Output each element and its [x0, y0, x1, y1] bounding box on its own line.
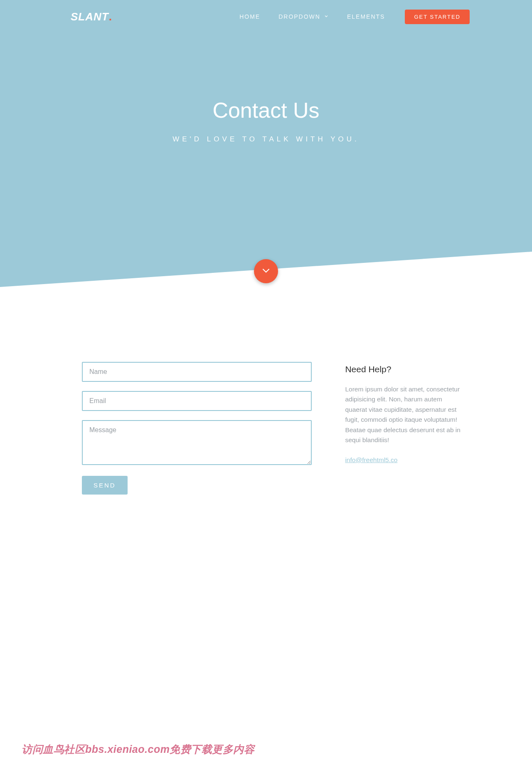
- send-label: SEND: [94, 482, 116, 489]
- nav-elements[interactable]: ELEMENTS: [347, 13, 385, 20]
- hero-background: [0, 0, 532, 291]
- email-field[interactable]: [82, 391, 312, 411]
- page-subtitle: WE'D LOVE TO TALK WITH YOU.: [0, 135, 532, 143]
- brand-name: SLANT: [71, 10, 109, 23]
- nav-label: ELEMENTS: [347, 13, 385, 20]
- nav-label: DROPDOWN: [278, 13, 320, 20]
- nav-home[interactable]: HOME: [239, 13, 260, 20]
- nav-dropdown[interactable]: DROPDOWN: [278, 13, 329, 20]
- sidebar-title: Need Help?: [345, 364, 464, 374]
- page-title: Contact Us: [0, 98, 532, 123]
- name-field[interactable]: [82, 362, 312, 382]
- help-sidebar: Need Help? Lorem ipsum dolor sit amet, c…: [345, 362, 464, 495]
- send-button[interactable]: SEND: [82, 476, 128, 495]
- contact-form: SEND: [82, 362, 312, 495]
- nav-label: HOME: [239, 13, 260, 20]
- content-section: SEND Need Help? Lorem ipsum dolor sit am…: [82, 362, 464, 495]
- message-field[interactable]: [82, 420, 312, 465]
- contact-email-link[interactable]: info@freehtml5.co: [345, 456, 397, 463]
- svg-marker-0: [0, 0, 532, 287]
- chevron-down-icon: [261, 265, 271, 277]
- get-started-button[interactable]: GET STARTED: [405, 10, 470, 24]
- hero-text: Contact Us WE'D LOVE TO TALK WITH YOU.: [0, 98, 532, 143]
- hero-section: SLANT. HOME DROPDOWN ELEMENTS GET STARTE…: [0, 0, 532, 291]
- top-nav: SLANT. HOME DROPDOWN ELEMENTS GET STARTE…: [0, 0, 532, 33]
- brand-dot: .: [109, 10, 112, 23]
- brand-logo[interactable]: SLANT.: [71, 10, 112, 23]
- watermark-text: 访问血鸟社区bbs.xieniao.com免费下载更多内容: [22, 742, 254, 756]
- sidebar-body: Lorem ipsum dolor sit amet, consectetur …: [345, 384, 464, 445]
- chevron-down-icon: [324, 13, 329, 20]
- cta-label: GET STARTED: [414, 14, 461, 20]
- scroll-down-button[interactable]: [254, 259, 278, 283]
